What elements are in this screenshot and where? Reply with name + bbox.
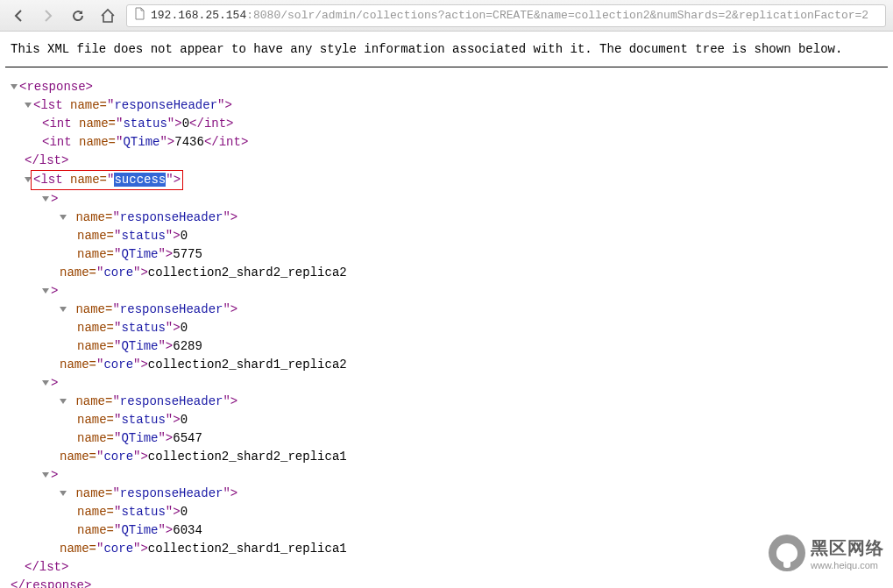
xml-leaf[interactable]: name="QTime">5775 (5, 245, 888, 264)
xml-leaf[interactable]: name="core">collection2_shard1_replica2 (5, 356, 888, 374)
xml-node[interactable]: > (5, 282, 888, 301)
xml-tree: <response> <lst name="responseHeader"> <… (0, 67, 893, 588)
xml-leaf[interactable]: <int name="QTime">7436</int> (5, 133, 888, 152)
xml-node[interactable]: > (5, 190, 888, 209)
watermark-text-2: www.heiqu.com (811, 560, 884, 570)
watermark: 黑区网络 www.heiqu.com (769, 535, 884, 571)
xml-leaf[interactable]: name="QTime">6034 (5, 521, 888, 540)
watermark-logo (769, 535, 805, 571)
home-button[interactable] (96, 4, 119, 27)
back-button[interactable] (7, 4, 30, 27)
xml-node[interactable]: > (5, 374, 888, 393)
xml-leaf[interactable]: name="core">collection2_shard2_replica1 (5, 448, 888, 466)
xml-leaf[interactable]: name="status">0 (5, 319, 888, 337)
xml-node[interactable]: <lst name="responseHeader"> (5, 96, 888, 115)
url-port: :8080 (246, 9, 280, 22)
xml-root-open[interactable]: <response> (5, 78, 888, 96)
xml-leaf[interactable]: name="status">0 (5, 227, 888, 245)
xml-leaf[interactable]: name="status">0 (5, 503, 888, 521)
url-path: /solr/admin/collections?action=CREATE&na… (280, 9, 868, 22)
xml-close[interactable]: </lst> (5, 152, 888, 170)
xml-node-success[interactable]: <lst name="success"> (5, 170, 888, 190)
xml-node[interactable]: > (5, 466, 888, 485)
xml-style-warning: This XML file does not appear to have an… (5, 32, 888, 67)
xml-leaf[interactable]: <int name="status">0</int> (5, 115, 888, 133)
xml-node[interactable]: name="responseHeader"> (5, 209, 888, 227)
xml-leaf[interactable]: name="QTime">6289 (5, 337, 888, 356)
xml-root-close[interactable]: </response> (5, 577, 888, 588)
xml-leaf[interactable]: name="core">collection2_shard2_replica2 (5, 264, 888, 282)
reload-button[interactable] (67, 4, 89, 27)
watermark-text-1: 黑区网络 (811, 536, 884, 560)
page-icon (134, 7, 145, 24)
url-bar[interactable]: 192.168.25.154:8080/solr/admin/collectio… (126, 4, 886, 27)
xml-leaf[interactable]: name="QTime">6547 (5, 429, 888, 448)
xml-node[interactable]: name="responseHeader"> (5, 301, 888, 319)
xml-node[interactable]: name="responseHeader"> (5, 393, 888, 411)
xml-close[interactable]: </lst> (5, 558, 888, 577)
shards-container: > name="responseHeader"> name="status">0… (5, 190, 888, 558)
xml-node[interactable]: name="responseHeader"> (5, 485, 888, 503)
url-host: 192.168.25.154 (151, 9, 246, 22)
forward-button[interactable] (37, 4, 60, 27)
browser-toolbar: 192.168.25.154:8080/solr/admin/collectio… (0, 0, 893, 32)
xml-leaf[interactable]: name="status">0 (5, 411, 888, 429)
xml-leaf[interactable]: name="core">collection2_shard1_replica1 (5, 540, 888, 558)
